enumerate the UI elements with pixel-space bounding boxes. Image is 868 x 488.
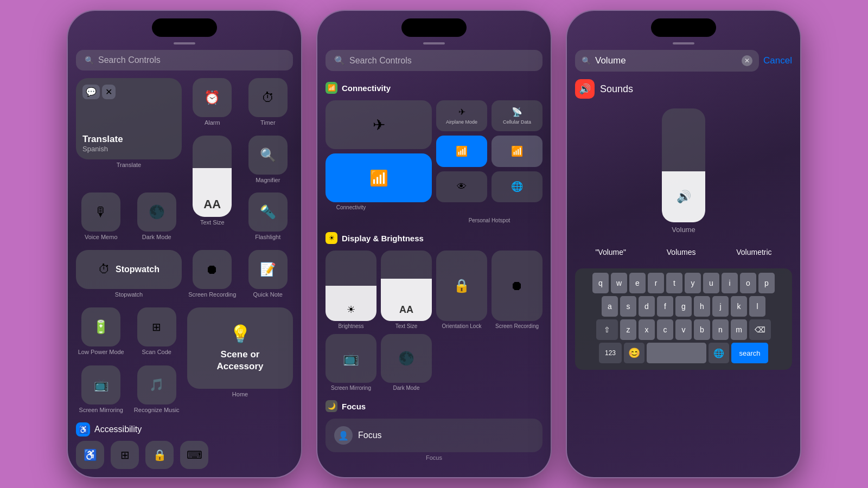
cellular-button[interactable]: 📡 Cellular Data bbox=[492, 100, 542, 131]
eye-icon: 👁 bbox=[457, 181, 467, 192]
cancel-button[interactable]: Cancel bbox=[763, 55, 792, 66]
key-o[interactable]: o bbox=[740, 273, 756, 293]
airplane-small-button[interactable]: ✈ Airplane Mode bbox=[436, 100, 487, 131]
key-d[interactable]: d bbox=[639, 296, 655, 317]
magnifier-control[interactable]: 🔍 Magnifier bbox=[243, 136, 293, 188]
text-size-button[interactable]: AA bbox=[193, 136, 232, 217]
text-size-control[interactable]: AA Text Size bbox=[187, 136, 238, 245]
volume-slider[interactable]: 🔊 bbox=[662, 108, 705, 222]
key-m[interactable]: m bbox=[731, 319, 747, 340]
key-a[interactable]: a bbox=[602, 296, 618, 317]
scan-code-button[interactable]: ⊞ bbox=[137, 307, 176, 346]
clear-search-button[interactable]: ✕ bbox=[742, 55, 752, 66]
key-z[interactable]: z bbox=[620, 319, 636, 340]
timer-control[interactable]: ⏱ Timer bbox=[243, 78, 293, 130]
suggestion-2[interactable]: Volumes bbox=[662, 245, 700, 260]
airplane-mode-button[interactable]: ✈ bbox=[326, 100, 432, 149]
quick-note-button[interactable]: 📝 bbox=[248, 250, 288, 289]
dark-mode-control-2[interactable]: 🌑 Dark Mode bbox=[381, 334, 432, 391]
search-button[interactable]: search bbox=[731, 343, 768, 363]
alarm-control[interactable]: ⏰ Alarm bbox=[187, 78, 238, 130]
screen-rec-button[interactable]: ⏺ bbox=[492, 251, 542, 321]
key-k[interactable]: k bbox=[731, 296, 747, 317]
screen-recording-button[interactable]: ⏺ bbox=[193, 250, 232, 289]
quick-note-control[interactable]: 📝 Quick Note bbox=[243, 250, 293, 303]
key-j[interactable]: j bbox=[712, 296, 729, 317]
text-size-slider-2[interactable]: AA bbox=[381, 251, 432, 321]
dark-mode-button-2[interactable]: 🌑 bbox=[381, 334, 432, 383]
scene-accessory-control[interactable]: 💡 Scene orAccessory Home bbox=[187, 307, 293, 418]
stopwatch-control[interactable]: ⏱ Stopwatch Stopwatch bbox=[76, 250, 182, 303]
screen-mirroring-control[interactable]: 📺 Screen Mirroring bbox=[76, 365, 126, 418]
voice-memo-button[interactable]: 🎙 bbox=[81, 192, 120, 232]
key-f[interactable]: f bbox=[657, 296, 673, 317]
key-e[interactable]: e bbox=[629, 273, 646, 293]
low-power-button[interactable]: 🔋 bbox=[81, 307, 120, 346]
key-b[interactable]: b bbox=[694, 319, 710, 340]
screen-mirroring-button[interactable]: 📺 bbox=[81, 365, 120, 404]
key-s[interactable]: s bbox=[620, 296, 636, 317]
search-input-container[interactable]: 🔍 Volume ✕ bbox=[575, 50, 759, 72]
wifi-center-button[interactable]: 📶 bbox=[326, 153, 432, 202]
key-u[interactable]: u bbox=[703, 273, 719, 293]
eye-button[interactable]: 👁 bbox=[436, 171, 487, 202]
brightness-control[interactable]: ☀ Brightness bbox=[326, 251, 376, 330]
orientation-control[interactable]: 🔒 Orientation Lock bbox=[436, 251, 487, 330]
screen-mirror-button[interactable]: 📺 bbox=[326, 334, 376, 383]
flashlight-control[interactable]: 🔦 Flashlight bbox=[243, 192, 293, 245]
screen-rec-control[interactable]: ⏺ Screen Recording bbox=[492, 251, 542, 330]
key-p[interactable]: p bbox=[758, 273, 775, 293]
key-q[interactable]: q bbox=[592, 273, 609, 293]
key-v[interactable]: v bbox=[675, 319, 692, 340]
recognize-music-control[interactable]: 🎵 Recognize Music bbox=[132, 365, 182, 418]
search-bar-1[interactable]: 🔍 Search Controls bbox=[76, 50, 293, 70]
signal-button[interactable]: 📶 bbox=[492, 136, 542, 166]
scene-accessory-button[interactable]: 💡 Scene orAccessory bbox=[187, 307, 293, 389]
key-y[interactable]: y bbox=[685, 273, 701, 293]
key-r[interactable]: r bbox=[648, 273, 664, 293]
wifi-button[interactable]: 📶 bbox=[436, 136, 487, 166]
key-backspace[interactable]: ⌫ bbox=[749, 319, 771, 340]
voice-memo-control[interactable]: 🎙 Voice Memo bbox=[76, 192, 126, 245]
suggestion-3[interactable]: Volumetric bbox=[732, 245, 776, 260]
scan-code-control[interactable]: ⊞ Scan Code bbox=[132, 307, 182, 360]
stopwatch-button[interactable]: ⏱ Stopwatch bbox=[76, 250, 182, 289]
key-l[interactable]: l bbox=[749, 296, 765, 317]
low-power-control[interactable]: 🔋 Low Power Mode bbox=[76, 307, 126, 360]
key-emoji[interactable]: 😊 bbox=[624, 343, 644, 363]
key-w[interactable]: w bbox=[611, 273, 627, 293]
accessibility-btn-3[interactable]: 🔒 bbox=[145, 441, 174, 469]
magnifier-button[interactable]: 🔍 bbox=[248, 136, 288, 175]
alarm-button[interactable]: ⏰ bbox=[193, 78, 232, 117]
key-globe[interactable]: 🌐 bbox=[709, 343, 729, 363]
key-123[interactable]: 123 bbox=[599, 343, 622, 363]
orientation-button[interactable]: 🔒 bbox=[436, 251, 487, 321]
low-power-label: Low Power Mode bbox=[78, 349, 124, 356]
recognize-music-button[interactable]: 🎵 bbox=[137, 365, 176, 404]
timer-button[interactable]: ⏱ bbox=[248, 78, 288, 117]
text-size-control-2[interactable]: AA Text Size bbox=[381, 251, 432, 330]
key-h[interactable]: h bbox=[694, 296, 710, 317]
screen-mirror-control[interactable]: 📺 Screen Mirroring bbox=[326, 334, 376, 391]
screen-recording-control[interactable]: ⏺ Screen Recording bbox=[187, 250, 238, 303]
key-n[interactable]: n bbox=[712, 319, 729, 340]
focus-item[interactable]: 👤 Focus bbox=[326, 419, 542, 452]
dark-mode-button[interactable]: 🌑 bbox=[137, 192, 176, 232]
accessibility-btn-4[interactable]: ⌨ bbox=[180, 441, 208, 469]
flashlight-button[interactable]: 🔦 bbox=[248, 192, 288, 232]
globe-button[interactable]: 🌐 bbox=[492, 171, 542, 202]
key-g[interactable]: g bbox=[675, 296, 692, 317]
search-bar-2[interactable]: 🔍 Search Controls bbox=[326, 50, 542, 71]
accessibility-btn-1[interactable]: ♿ bbox=[76, 441, 104, 469]
key-i[interactable]: i bbox=[722, 273, 738, 293]
key-c[interactable]: c bbox=[657, 319, 673, 340]
translate-button[interactable]: 💬 ✕ Translate Spanish Translate bbox=[76, 78, 182, 187]
key-space[interactable] bbox=[647, 343, 706, 363]
key-x[interactable]: x bbox=[639, 319, 655, 340]
key-shift[interactable]: ⇧ bbox=[596, 319, 618, 340]
dark-mode-control[interactable]: 🌑 Dark Mode bbox=[132, 192, 182, 245]
suggestion-1[interactable]: "Volume" bbox=[591, 245, 630, 260]
key-t[interactable]: t bbox=[666, 273, 682, 293]
accessibility-btn-2[interactable]: ⊞ bbox=[111, 441, 139, 469]
brightness-slider[interactable]: ☀ bbox=[326, 251, 376, 321]
